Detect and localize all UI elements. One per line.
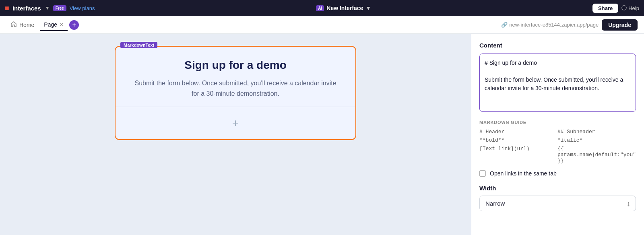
guide-item-bold: **bold** [479,137,549,143]
help-circle-icon: ⓘ [621,4,627,12]
interface-title[interactable]: New Interface [326,5,363,11]
markdown-guide-title: MARKDOWN GUIDE [479,120,636,125]
tabbar-right: 🔗 new-interface-e85144.zapier.app/page U… [501,19,638,31]
guide-item-italic: *italic* [557,137,636,143]
add-block-icon: + [232,117,239,130]
content-block[interactable]: MarkdownText Sign up for a demo Submit t… [115,46,356,140]
tabbar: Home Page ✕ + 🔗 new-interface-e85144.zap… [0,16,644,34]
ai-badge: AI [316,5,324,11]
brand-name: Interfaces [12,5,41,12]
page-url: 🔗 new-interface-e85144.zapier.app/page [501,22,599,28]
zapier-logo-icon: ■ [5,4,9,12]
guide-item-params: {{ params.name|default:"you" }} [557,146,636,164]
tab-home[interactable]: Home [6,19,38,31]
right-panel: Content # Sign up for a demo Submit the … [471,34,644,235]
tabbar-left: Home Page ✕ + [6,19,79,31]
add-tab-button[interactable]: + [69,20,79,30]
add-block-button[interactable]: + [116,107,355,139]
home-icon [10,21,17,29]
guide-item-link: [Text link](url) [479,146,549,164]
markdown-content: Sign up for a demo Submit the form below… [116,47,355,107]
open-links-checkbox[interactable] [479,170,486,177]
close-tab-icon[interactable]: ✕ [60,22,64,27]
brand-arrow-icon: ▼ [45,5,50,11]
help-button[interactable]: ⓘ Help [621,4,639,12]
width-section-title: Width [479,185,636,192]
content-textarea[interactable]: # Sign up for a demo Submit the form bel… [479,54,636,112]
page-tab-label: Page [44,21,57,28]
guide-item-subheader: ## Subheader [557,129,636,135]
markdown-guide-grid: # Header ## Subheader **bold** *italic* … [479,129,636,164]
markdown-heading: Sign up for a demo [132,59,339,72]
tab-page[interactable]: Page ✕ [40,19,68,31]
markdown-label: MarkdownText [120,42,157,48]
content-section-title: Content [479,42,636,49]
view-plans-link[interactable]: View plans [70,5,95,11]
interface-arrow-icon: ▼ [365,5,371,11]
open-links-row: Open links in the same tab [479,170,636,177]
home-tab-label: Home [19,22,34,28]
main-layout: MarkdownText Sign up for a demo Submit t… [0,34,644,235]
share-button[interactable]: Share [592,4,618,13]
markdown-body: Submit the form below. Once submitted, y… [132,78,339,99]
canvas-area: MarkdownText Sign up for a demo Submit t… [0,34,471,235]
link-icon: 🔗 [501,22,508,28]
width-select[interactable]: Narrow Wide Full [479,196,636,211]
guide-item-header: # Header [479,129,549,135]
width-select-wrapper: Narrow Wide Full ↕ [479,196,636,211]
open-links-label: Open links in the same tab [490,170,557,177]
topbar-left: ■ Interfaces ▼ Free View plans [5,4,95,12]
topbar-center: AI New Interface ▼ [316,5,371,11]
free-badge: Free [53,5,66,11]
upgrade-button[interactable]: Upgrade [602,19,638,31]
topbar: ■ Interfaces ▼ Free View plans AI New In… [0,0,644,16]
topbar-right: Share ⓘ Help [592,4,639,13]
